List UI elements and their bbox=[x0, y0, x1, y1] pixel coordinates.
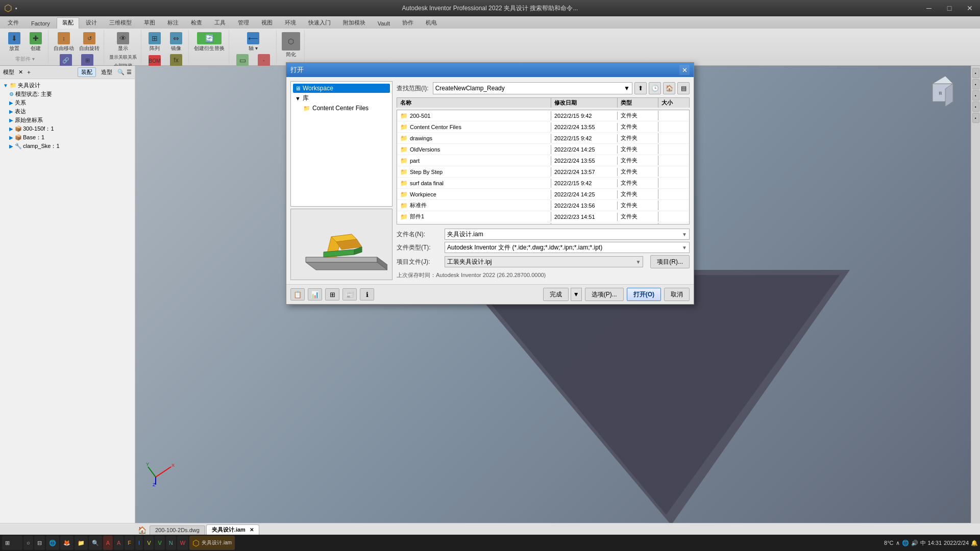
file-row-1[interactable]: 📁 Content Centor Files 2022/2/24 13:55 文… bbox=[397, 121, 689, 133]
mirror-button[interactable]: ⇔ 镜像 bbox=[166, 31, 186, 53]
tab-factory[interactable]: Factory bbox=[26, 19, 56, 29]
tree-item-300-150f[interactable]: ▶ 📦 300-150f：1 bbox=[2, 124, 133, 133]
firefox-button[interactable]: 🦊 bbox=[60, 536, 74, 550]
tab-quickstart[interactable]: 快速入门 bbox=[303, 17, 336, 29]
tree-item-clamp[interactable]: ▶ 🔧 clamp_Ske：1 bbox=[2, 142, 133, 151]
appicon-3[interactable]: F bbox=[125, 536, 134, 550]
tab-env[interactable]: 环境 bbox=[279, 17, 302, 29]
tab-tools[interactable]: 工具 bbox=[209, 17, 231, 29]
tab-3dmodel[interactable]: 三维模型 bbox=[104, 17, 137, 29]
file-row-6[interactable]: 📁 surf data final 2022/2/15 9:42 文件夹 bbox=[397, 178, 689, 189]
tree-item-modelstate[interactable]: ⚙ 模型状态: 主要 bbox=[2, 90, 133, 98]
tab-collaborate[interactable]: 协作 bbox=[397, 17, 419, 29]
open-button[interactable]: 打开(O) bbox=[627, 288, 661, 301]
tree-item-base[interactable]: ▶ 📦 Base：1 bbox=[2, 133, 133, 142]
right-panel-btn-2[interactable]: ▪ bbox=[972, 79, 979, 89]
inventor-taskbar-btn[interactable]: ⬡ 夹具设计.iam bbox=[189, 536, 235, 550]
display-button[interactable]: 👁 显示 bbox=[113, 31, 133, 53]
options-button[interactable]: 选项(P)... bbox=[585, 288, 624, 301]
array-button[interactable]: ⊞ 阵列 bbox=[144, 31, 165, 53]
complete-arrow[interactable]: ▼ bbox=[571, 288, 582, 301]
doc-tab-iam-close[interactable]: ✕ bbox=[250, 527, 254, 533]
nav-up-button[interactable]: ⬆ bbox=[634, 82, 647, 94]
file-row-2[interactable]: 📁 drawings 2022/2/15 9:42 文件夹 bbox=[397, 133, 689, 144]
view-cube[interactable]: 前 bbox=[925, 71, 961, 107]
file-row-5[interactable]: 📁 Step By Step 2022/2/24 13:57 文件夹 bbox=[397, 166, 689, 178]
footer-btn-5[interactable]: ℹ bbox=[360, 288, 374, 300]
file-row-3[interactable]: 📁 OldVersions 2022/2/24 14:25 文件夹 bbox=[397, 144, 689, 155]
filename-input[interactable]: 夹具设计.iam ▼ bbox=[445, 229, 690, 240]
right-panel-btn-5[interactable]: ▪ bbox=[972, 113, 979, 123]
tab-sketch[interactable]: 草图 bbox=[138, 17, 161, 29]
file-row-10[interactable]: 📁 外购件 2022/2/24 13:57 文件夹 bbox=[397, 222, 689, 224]
file-row-4[interactable]: 📁 part 2022/2/24 13:55 文件夹 bbox=[397, 155, 689, 166]
path-dropdown[interactable]: CreateNewClamp_Ready ▼ bbox=[433, 82, 632, 94]
free-move-button[interactable]: ↕ 自由移动 bbox=[52, 31, 76, 53]
right-panel-btn-4[interactable]: ▪ bbox=[972, 102, 979, 112]
search-taskbar2-button[interactable]: 🔍 bbox=[89, 536, 102, 550]
file-row-9[interactable]: 📁 部件1 2022/2/23 14:51 文件夹 bbox=[397, 211, 689, 222]
dialog-tree-library[interactable]: ▼ 库 bbox=[293, 93, 390, 104]
place-button[interactable]: ⬇ 放置 bbox=[4, 31, 24, 53]
appicon-1[interactable]: A bbox=[103, 536, 113, 550]
tab-annotation[interactable]: 标注 bbox=[162, 17, 184, 29]
project-browse-button[interactable]: 项目(R)... bbox=[650, 255, 690, 268]
sidebar-add-icon[interactable]: ＋ bbox=[26, 68, 32, 76]
search-taskbar-button[interactable]: ○ bbox=[23, 536, 33, 550]
tree-item-table[interactable]: ▶ 表达 bbox=[2, 107, 133, 116]
close-button[interactable]: ✕ bbox=[960, 0, 980, 16]
sidebar-tab-assembly[interactable]: 装配 bbox=[78, 67, 96, 77]
footer-btn-2[interactable]: 📊 bbox=[308, 288, 322, 300]
explorer-button[interactable]: 📁 bbox=[75, 536, 88, 550]
right-panel-btn-1[interactable]: ▪ bbox=[972, 68, 979, 78]
tree-item-origin[interactable]: ▶ 原始坐标系 bbox=[2, 116, 133, 124]
footer-btn-4[interactable]: 📰 bbox=[342, 288, 357, 300]
appicon-7[interactable]: N bbox=[166, 536, 176, 550]
file-row-7[interactable]: 📁 Workpiece 2022/2/24 14:25 文件夹 bbox=[397, 189, 689, 200]
taskview-button[interactable]: ⊟ bbox=[34, 536, 45, 550]
footer-btn-1[interactable]: 📋 bbox=[290, 288, 305, 300]
sidebar-search-icon[interactable]: 🔍 bbox=[117, 69, 125, 76]
appicon-4[interactable]: I bbox=[135, 536, 143, 550]
sidebar-menu-icon[interactable]: ☰ bbox=[127, 69, 132, 76]
view-options-button[interactable]: ▤ bbox=[677, 82, 690, 94]
doc-tab-dwg[interactable]: 200-100-2Ds.dwg bbox=[150, 525, 205, 535]
tab-assembly[interactable]: 装配 bbox=[57, 17, 79, 29]
sidebar-close-icon[interactable]: ✕ bbox=[18, 69, 23, 76]
show-relations-button[interactable]: 显示关联关系 bbox=[107, 53, 139, 62]
filetype-input[interactable]: Autodesk Inventor 文件 (*.ide;*.dwg;*.idw;… bbox=[445, 242, 690, 253]
appicon-8[interactable]: W bbox=[177, 536, 188, 550]
doc-tab-iam[interactable]: 夹具设计.iam ✕ bbox=[206, 524, 259, 535]
tab-manage[interactable]: 管理 bbox=[232, 17, 255, 29]
nav-home-button[interactable]: 🏠 bbox=[663, 82, 675, 94]
start-button[interactable]: ⊞ bbox=[2, 536, 22, 550]
footer-btn-3[interactable]: ⊞ bbox=[325, 288, 339, 300]
maximize-button[interactable]: □ bbox=[939, 0, 960, 16]
right-panel-btn-3[interactable]: ▪ bbox=[972, 90, 979, 101]
file-row-8[interactable]: 📁 标准件 2022/2/24 13:56 文件夹 bbox=[397, 200, 689, 211]
appicon-2[interactable]: A bbox=[114, 536, 124, 550]
derive-button[interactable]: 🔄 创建衍生替换 bbox=[192, 31, 227, 53]
tab-vault[interactable]: Vault bbox=[372, 19, 396, 29]
dialog-tree-content-center[interactable]: 📁 Content Center Files bbox=[293, 104, 390, 113]
free-rotate-button[interactable]: ↺ 自由旋转 bbox=[77, 31, 102, 53]
dialog-tree-workspace[interactable]: 🖥 Workspace bbox=[293, 84, 390, 93]
tree-item-relations[interactable]: ▶ 关系 bbox=[2, 98, 133, 107]
tree-item-root[interactable]: ▼ 📁 夹具设计 bbox=[2, 81, 133, 90]
edge-button[interactable]: 🌐 bbox=[46, 536, 59, 550]
tab-addons[interactable]: 附加模块 bbox=[337, 17, 371, 29]
tab-view[interactable]: 视图 bbox=[256, 17, 278, 29]
home-icon[interactable]: 🏠 bbox=[138, 526, 146, 534]
dialog-close-button[interactable]: ✕ bbox=[679, 65, 690, 75]
axis-button[interactable]: ⟵ 轴 ▾ bbox=[243, 31, 263, 53]
create-button[interactable]: ✚ 创建 bbox=[26, 31, 46, 53]
minimize-button[interactable]: ─ bbox=[919, 0, 939, 16]
taskbar-notification[interactable]: 🔔 bbox=[971, 540, 978, 546]
appicon-6[interactable]: V bbox=[155, 536, 164, 550]
tab-file[interactable]: 文件 bbox=[2, 17, 24, 29]
file-list[interactable]: 📁 200-501 2022/2/15 9:42 文件夹 📁 Content C… bbox=[397, 110, 690, 224]
file-row-0[interactable]: 📁 200-501 2022/2/15 9:42 文件夹 bbox=[397, 110, 689, 121]
tab-mechelec[interactable]: 机电 bbox=[420, 17, 443, 29]
complete-button[interactable]: 完成 bbox=[543, 288, 569, 301]
appicon-5[interactable]: V bbox=[144, 536, 154, 550]
